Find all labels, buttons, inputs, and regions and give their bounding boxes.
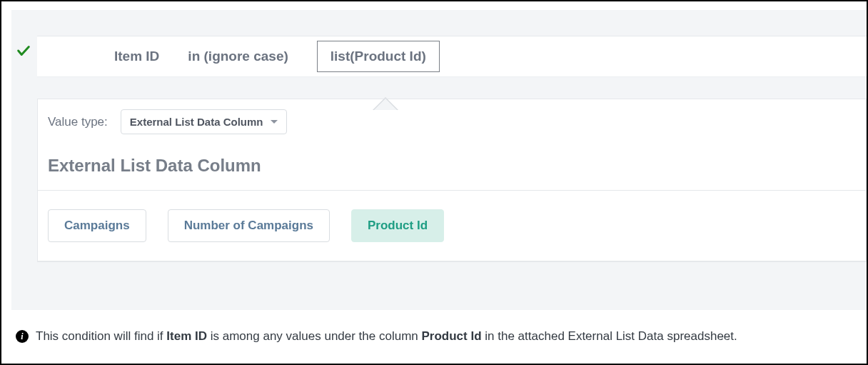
condition-value[interactable]: list(Product Id) — [317, 41, 440, 72]
info-text-part: This condition will find if — [36, 329, 166, 343]
condition-field[interactable]: Item ID — [114, 49, 159, 64]
info-text-bold: Item ID — [166, 329, 207, 343]
column-chip[interactable]: Campaigns — [48, 209, 146, 242]
info-text: This condition will find if Item ID is a… — [36, 329, 737, 344]
value-type-dropdown[interactable]: External List Data Column — [121, 109, 287, 134]
chevron-down-icon — [271, 120, 278, 124]
condition-operator[interactable]: in (ignore case) — [188, 49, 288, 64]
column-chip[interactable]: Number of Campaigns — [168, 209, 330, 242]
info-text-part: in the attached External List Data sprea… — [482, 329, 737, 343]
column-chip[interactable]: Product Id — [351, 209, 444, 242]
section-heading: External List Data Column — [38, 150, 866, 190]
config-gray-panel: Item ID in (ignore case) list(Product Id… — [11, 10, 867, 310]
divider — [38, 261, 866, 261]
info-text-part: is among any values under the column — [207, 329, 422, 343]
info-text-bold: Product Id — [422, 329, 482, 343]
condition-bar-wrap: Item ID in (ignore case) list(Product Id… — [11, 36, 867, 77]
check-icon — [16, 43, 31, 61]
value-type-selected-text: External List Data Column — [130, 116, 263, 128]
value-type-label: Value type: — [48, 115, 108, 129]
value-type-row: Value type: External List Data Column — [38, 99, 866, 150]
info-icon: i — [16, 330, 29, 343]
columns-chip-row: Campaigns Number of Campaigns Product Id — [38, 191, 866, 261]
value-config-panel: Value type: External List Data Column Ex… — [37, 99, 867, 262]
condition-value-text: list(Product Id) — [330, 49, 426, 64]
info-row: i This condition will find if Item ID is… — [16, 329, 857, 344]
condition-bar: Item ID in (ignore case) list(Product Id… — [37, 36, 867, 77]
